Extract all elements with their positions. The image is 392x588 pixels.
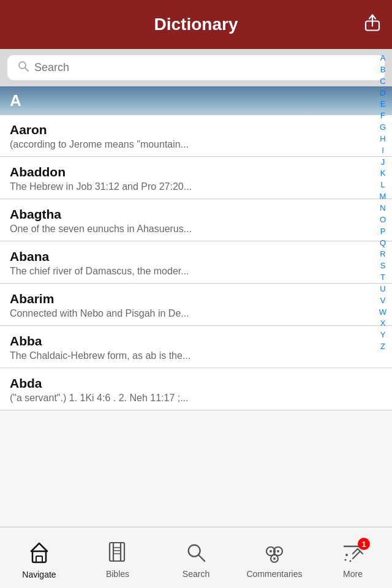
tab-search-label: Search <box>183 569 209 579</box>
dict-item-desc: The chief river of Damascus, the moder..… <box>10 266 382 277</box>
dict-item-desc: ("a servant".) 1. 1Ki 4:6 . 2. Neh 11:17… <box>10 393 382 404</box>
alpha-q[interactable]: Q <box>374 238 392 249</box>
page-title: Dictionary <box>154 15 238 34</box>
dict-item[interactable]: Abda("a servant".) 1. 1Ki 4:6 . 2. Neh 1… <box>0 369 392 410</box>
tab-commentaries-label: Commentaries <box>246 569 302 579</box>
svg-rect-5 <box>36 556 42 562</box>
alpha-s[interactable]: S <box>374 260 392 272</box>
dict-item-desc: Connected with Nebo and Pisgah in De... <box>10 308 382 319</box>
tab-search[interactable]: Search <box>157 537 235 579</box>
dict-item-desc: (according to Jerome means "mountain... <box>10 139 382 150</box>
dict-item-name: Abaddon <box>10 165 382 179</box>
dict-item-name: Aaron <box>10 123 382 137</box>
svg-point-18 <box>273 557 276 560</box>
tab-commentaries[interactable]: Commentaries <box>235 537 314 579</box>
alphabet-sidebar: ABCDEFGHIJKLMNOPQRSTUVWXYZ <box>374 49 392 353</box>
search-bar-container <box>0 49 392 86</box>
navigate-icon <box>28 541 51 567</box>
alpha-f[interactable]: F <box>374 110 392 122</box>
dict-item[interactable]: AbbaThe Chaldaic-Hebrew form, as ab is t… <box>0 326 392 368</box>
alpha-m[interactable]: M <box>374 191 392 203</box>
dict-item-name: Abagtha <box>10 207 382 222</box>
search-tab-icon <box>186 541 206 567</box>
search-icon <box>17 60 29 75</box>
svg-point-21 <box>345 554 348 556</box>
section-header-a: A <box>0 86 392 115</box>
alpha-h[interactable]: H <box>374 134 392 145</box>
alpha-j[interactable]: J <box>374 157 392 168</box>
svg-rect-6 <box>110 543 121 561</box>
alpha-e[interactable]: E <box>374 99 392 110</box>
alpha-r[interactable]: R <box>374 249 392 260</box>
alpha-t[interactable]: T <box>374 272 392 284</box>
dict-item-name: Abda <box>10 376 382 391</box>
alpha-n[interactable]: N <box>374 203 392 214</box>
alpha-y[interactable]: Y <box>374 330 392 341</box>
alpha-w[interactable]: W <box>374 307 392 318</box>
dict-item-desc: The Hebrew in Job 31:12 and Pro 27:20... <box>10 181 382 192</box>
alpha-c[interactable]: C <box>374 76 392 88</box>
bibles-icon <box>107 541 128 567</box>
alpha-z[interactable]: Z <box>374 341 392 353</box>
more-icon: 1 <box>342 541 364 567</box>
commentaries-icon <box>262 541 287 567</box>
alpha-o[interactable]: O <box>374 214 392 226</box>
dict-item[interactable]: AbanaThe chief river of Damascus, the mo… <box>0 242 392 284</box>
svg-point-16 <box>270 550 272 552</box>
alpha-b[interactable]: B <box>374 64 392 76</box>
svg-line-12 <box>198 555 205 561</box>
tab-navigate[interactable]: Navigate <box>0 537 78 579</box>
alpha-k[interactable]: K <box>374 168 392 179</box>
svg-point-22 <box>345 559 347 561</box>
tab-bar: Navigate Bibles Search <box>0 527 392 588</box>
tab-navigate-label: Navigate <box>22 570 56 579</box>
alpha-u[interactable]: U <box>374 284 392 295</box>
dict-item[interactable]: Aaron(according to Jerome means "mountai… <box>0 115 392 157</box>
alpha-v[interactable]: V <box>374 295 392 307</box>
dict-item-name: Abba <box>10 334 382 349</box>
dict-item-name: Abarim <box>10 292 382 306</box>
share-button[interactable] <box>364 13 381 37</box>
alpha-d[interactable]: D <box>374 88 392 99</box>
svg-point-17 <box>277 550 279 552</box>
dict-item-name: Abana <box>10 249 382 264</box>
alpha-i[interactable]: I <box>374 145 392 157</box>
svg-line-3 <box>25 68 29 72</box>
svg-point-23 <box>350 560 352 562</box>
alpha-l[interactable]: L <box>374 179 392 191</box>
tab-bibles[interactable]: Bibles <box>78 537 157 579</box>
search-input[interactable] <box>34 61 375 74</box>
dict-item[interactable]: AbagthaOne of the seven eunuchs in Ahasu… <box>0 200 392 241</box>
alpha-a[interactable]: A <box>374 53 392 64</box>
alpha-g[interactable]: G <box>374 122 392 134</box>
dict-item-desc: The Chaldaic-Hebrew form, as ab is the..… <box>10 350 382 361</box>
tab-bibles-label: Bibles <box>106 569 129 579</box>
dict-item[interactable]: AbarimConnected with Nebo and Pisgah in … <box>0 284 392 326</box>
tab-more[interactable]: 1 More <box>314 537 392 579</box>
alpha-p[interactable]: P <box>374 226 392 238</box>
alpha-x[interactable]: X <box>374 318 392 330</box>
dict-item[interactable]: AbaddonThe Hebrew in Job 31:12 and Pro 2… <box>0 157 392 199</box>
more-badge: 1 <box>358 538 370 550</box>
svg-rect-7 <box>113 543 124 561</box>
search-bar[interactable] <box>7 55 385 80</box>
tab-more-label: More <box>343 569 363 579</box>
app-header: Dictionary <box>0 0 392 49</box>
dictionary-list: Aaron(according to Jerome means "mountai… <box>0 115 392 553</box>
dict-item-desc: One of the seven eunuchs in Ahasuerus... <box>10 224 382 235</box>
